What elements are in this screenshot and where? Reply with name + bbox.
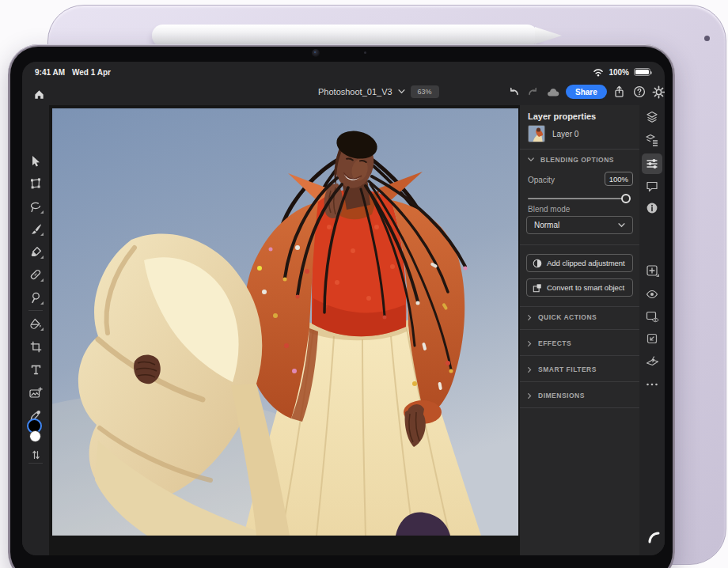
front-camera xyxy=(312,49,320,57)
chevron-down-icon xyxy=(618,223,625,228)
layer-properties-button[interactable] xyxy=(645,133,659,147)
clip-mask-icon xyxy=(646,332,658,345)
adjustment-icon xyxy=(533,259,542,268)
add-layer-icon xyxy=(646,264,658,277)
tool-rail xyxy=(22,105,49,555)
chevron-down-icon xyxy=(398,89,405,94)
rear-microphone-dot xyxy=(704,36,710,41)
dimensions-section[interactable]: DIMENSIONS xyxy=(528,389,585,402)
move-icon xyxy=(31,155,41,167)
layers-icon xyxy=(646,111,658,123)
export-icon[interactable] xyxy=(612,85,627,99)
lasso-icon xyxy=(29,201,42,213)
smart-object-icon xyxy=(533,283,542,293)
sliders-icon xyxy=(646,157,658,170)
fill-tool-button[interactable] xyxy=(28,316,44,331)
comment-bubble-icon xyxy=(646,180,658,192)
healing-tool-button[interactable] xyxy=(28,267,44,282)
flatten-button[interactable] xyxy=(645,354,659,368)
sensor-dot xyxy=(364,51,366,54)
canvas-area xyxy=(49,105,520,555)
blend-mode-label: Blend mode xyxy=(528,205,570,214)
healing-bandaid-icon xyxy=(29,268,42,281)
swap-colors-button[interactable] xyxy=(28,447,44,463)
add-layer-button[interactable] xyxy=(645,263,659,278)
wifi-icon xyxy=(593,67,604,77)
move-tool-button[interactable] xyxy=(28,153,44,169)
quick-actions-section[interactable]: QUICK ACTIONS xyxy=(528,311,597,324)
type-tool-button[interactable] xyxy=(28,362,44,377)
swap-colors-icon xyxy=(32,450,40,460)
battery-icon xyxy=(634,68,650,76)
transform-icon xyxy=(29,177,42,190)
panel-title: Layer properties xyxy=(528,112,596,121)
comments-button[interactable] xyxy=(645,179,659,193)
blending-options-header[interactable]: BLENDING OPTIONS xyxy=(528,153,614,166)
document-title[interactable]: Photoshoot_01_V3 xyxy=(318,87,392,97)
lasso-tool-button[interactable] xyxy=(28,199,44,214)
flatten-icon xyxy=(646,356,659,366)
smart-filters-section[interactable]: SMART FILTERS xyxy=(528,363,597,376)
opacity-label: Opacity xyxy=(528,176,555,184)
eraser-tool-button[interactable] xyxy=(28,244,44,259)
background-color-chip[interactable] xyxy=(29,430,41,442)
opacity-slider[interactable] xyxy=(528,194,631,203)
effects-section[interactable]: EFFECTS xyxy=(528,337,571,350)
help-icon[interactable] xyxy=(632,85,646,99)
crop-tool-button[interactable] xyxy=(28,339,44,354)
zoom-level-badge[interactable]: 63% xyxy=(411,85,439,98)
cloud-sync-icon[interactable] xyxy=(546,85,560,99)
opacity-value[interactable]: 100% xyxy=(605,172,633,186)
eye-icon xyxy=(646,290,658,299)
undo-button[interactable] xyxy=(506,85,521,99)
brush-tool-button[interactable] xyxy=(28,221,44,237)
layer-properties-icon xyxy=(646,134,658,146)
clock: 9:41 AM xyxy=(35,68,65,77)
more-options-button[interactable] xyxy=(645,377,659,392)
chevron-down-icon xyxy=(528,157,534,162)
canvas-photo[interactable] xyxy=(52,108,518,536)
convert-smart-object-button[interactable]: Convert to smart object xyxy=(526,278,633,297)
dodge-tool-button[interactable] xyxy=(28,290,44,305)
type-icon xyxy=(31,365,41,375)
info-icon xyxy=(646,202,658,214)
opacity-slider-knob[interactable] xyxy=(621,194,631,203)
blend-mode-dropdown[interactable]: Normal xyxy=(526,216,633,234)
place-photo-tool-button[interactable] xyxy=(28,384,44,400)
chevron-right-icon xyxy=(528,392,532,399)
hide-layer-button[interactable] xyxy=(645,309,659,324)
eraser-icon xyxy=(30,246,42,258)
redo-button[interactable] xyxy=(526,85,540,99)
chevron-right-icon xyxy=(528,314,532,321)
chevron-right-icon xyxy=(528,340,532,347)
crop-icon xyxy=(30,341,42,353)
more-dots-icon xyxy=(646,383,658,386)
photoshop-app: 9:41 AM Wed 1 Apr 100% Photoshoot_01_V3 … xyxy=(22,62,665,555)
layers-panel-button[interactable] xyxy=(645,110,659,124)
settings-gear-icon[interactable] xyxy=(652,85,665,99)
place-photo-icon xyxy=(29,387,43,399)
share-button[interactable]: Share xyxy=(566,85,607,99)
brush-icon xyxy=(30,223,42,235)
info-button[interactable] xyxy=(645,201,659,215)
scene: 9:41 AM Wed 1 Apr 100% Photoshoot_01_V3 … xyxy=(0,0,728,568)
corner-gesture-indicator[interactable] xyxy=(648,532,661,544)
layer-name: Layer 0 xyxy=(552,130,578,138)
home-button[interactable] xyxy=(30,85,47,103)
layer-visibility-button[interactable] xyxy=(645,287,659,301)
layer-row[interactable]: Layer 0 xyxy=(523,123,636,145)
layer-thumbnail xyxy=(528,125,545,142)
transform-tool-button[interactable] xyxy=(28,176,44,191)
status-bar: 9:41 AM Wed 1 Apr 100% xyxy=(22,62,665,84)
layer-eye-icon xyxy=(646,311,659,323)
paint-bucket-icon xyxy=(29,318,42,330)
add-clipped-adjustment-button[interactable]: Add clipped adjustment xyxy=(526,254,633,272)
battery-percent: 100% xyxy=(609,68,629,77)
panel-rail xyxy=(639,105,665,555)
apple-pencil xyxy=(152,25,565,47)
header-toolbar: Photoshoot_01_V3 63% Share xyxy=(22,84,665,105)
adjust-panel-button[interactable] xyxy=(642,153,662,174)
date: Wed 1 Apr xyxy=(72,68,111,77)
clip-mask-button[interactable] xyxy=(645,331,659,346)
pencil-tip xyxy=(535,27,562,44)
